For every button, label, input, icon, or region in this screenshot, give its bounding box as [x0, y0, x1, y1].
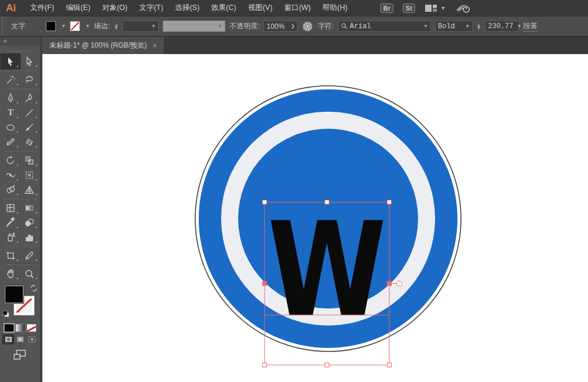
perspective-grid-tool[interactable] [20, 182, 39, 197]
stock-button[interactable]: St [403, 4, 415, 13]
recolor-artwork-icon[interactable] [302, 21, 313, 32]
selection-handle-mid-left[interactable] [263, 282, 267, 286]
cs-live-button[interactable] [455, 3, 470, 14]
selection-handle-top-left[interactable] [263, 200, 267, 205]
menu-effect[interactable]: 效果(C) [205, 0, 242, 16]
selection-handle-top-right[interactable] [387, 200, 392, 205]
menu-type[interactable]: 文字(T) [133, 0, 169, 16]
swap-fill-stroke-button[interactable] [30, 284, 38, 293]
eraser-tool[interactable] [20, 135, 39, 149]
pencil-tool[interactable] [1, 135, 20, 149]
eyedropper-tool[interactable] [1, 215, 20, 230]
gradient-tool[interactable] [20, 200, 39, 215]
font-size-value: 230.77 [488, 22, 513, 31]
stroke-width-dropdown[interactable]: ▼ [122, 21, 159, 32]
tools-panel-collapse-button[interactable]: « [0, 37, 40, 46]
font-style-dropdown[interactable]: Bold ▼ [435, 21, 473, 32]
menu-select[interactable]: 选择(S) [169, 0, 206, 16]
menu-edit[interactable]: 编辑(E) [60, 0, 96, 16]
mesh-tool[interactable] [1, 200, 20, 215]
artboard-tool[interactable] [1, 248, 20, 263]
gradient-button[interactable] [15, 324, 25, 332]
sign-artwork[interactable]: W [195, 86, 461, 351]
direct-selection-tool[interactable] [20, 54, 39, 69]
zoom-tool[interactable] [20, 266, 39, 281]
magic-wand-tool[interactable] [1, 72, 20, 87]
column-graph-tool[interactable] [20, 230, 39, 244]
chevron-down-icon: ▼ [423, 24, 428, 29]
workspace-switcher[interactable]: ▼ [425, 4, 446, 12]
symbol-sprayer-tool[interactable] [1, 230, 20, 244]
fill-swatch[interactable] [5, 286, 24, 303]
chevron-down-icon[interactable]: ▼ [85, 24, 90, 29]
control-bar: 文字 ▼ ▼ 描边: ▲▼ ▼ ▼ 不透明度: 100% ❯ [0, 16, 588, 36]
rotate-tool[interactable] [1, 153, 20, 167]
selection-handle-top-center[interactable] [325, 200, 329, 205]
shape-builder-tool[interactable] [1, 182, 20, 197]
chevron-right-icon[interactable]: ❯ [291, 24, 295, 29]
selection-handle-bottom-right[interactable] [387, 363, 392, 367]
ellipse-tool[interactable] [1, 120, 20, 135]
menu-window[interactable]: 窗口(W) [278, 0, 316, 16]
lasso-tool[interactable] [20, 72, 39, 87]
menu-file[interactable]: 文件(F) [24, 0, 60, 16]
opacity-value: 100% [266, 22, 287, 31]
panel-gripper[interactable] [2, 16, 6, 36]
opacity-label: 不透明度: [229, 21, 259, 31]
curvature-tool[interactable] [20, 91, 39, 105]
character-label[interactable]: 字符: [318, 21, 333, 31]
cs-live-icon [455, 3, 470, 14]
paragraph-link[interactable]: 段落 [523, 21, 537, 32]
blend-tool[interactable] [20, 215, 39, 230]
tab-close-icon[interactable]: × [153, 42, 157, 50]
stroke-color-swatch[interactable] [70, 21, 80, 31]
document-tab-bar: 未标题-1* @ 100% (RGB/预览) × [42, 37, 588, 54]
color-button[interactable] [4, 324, 14, 332]
pen-tool[interactable] [1, 91, 20, 105]
chevron-down-icon: ▼ [517, 24, 522, 29]
canvas[interactable]: W [42, 54, 588, 382]
draw-normal-button[interactable] [3, 335, 14, 344]
sign-letter-text[interactable]: W [268, 194, 386, 346]
hand-tool[interactable] [1, 266, 20, 281]
selection-handle-bottom-left[interactable] [263, 363, 267, 367]
draw-inside-button[interactable] [26, 335, 37, 344]
tools-panel-gripper[interactable] [10, 47, 30, 52]
bridge-button[interactable]: Br [380, 4, 393, 13]
illustrator-window: Ai 文件(F) 编辑(E) 对象(O) 文字(T) 选择(S) 效果(C) 视… [0, 0, 588, 382]
selection-tool[interactable] [1, 54, 20, 69]
scale-tool[interactable] [20, 153, 39, 167]
line-segment-tool[interactable] [20, 105, 39, 120]
font-name-value: Arial [350, 22, 420, 31]
menu-object[interactable]: 对象(O) [96, 0, 133, 16]
width-tool[interactable] [1, 167, 20, 182]
font-size-stepper[interactable]: ▲▼ [477, 24, 481, 29]
slice-tool[interactable] [20, 248, 39, 263]
menu-bar: Ai 文件(F) 编辑(E) 对象(O) 文字(T) 选择(S) 效果(C) 视… [0, 0, 588, 16]
fill-color-swatch[interactable] [46, 21, 56, 31]
selection-handle-bottom-center[interactable] [325, 363, 329, 367]
chevron-down-icon[interactable]: ▼ [61, 24, 66, 29]
free-transform-tool[interactable] [20, 167, 39, 182]
menu-view[interactable]: 视图(V) [242, 0, 279, 16]
text-out-port[interactable] [397, 281, 402, 286]
stroke-width-stepper[interactable]: ▲▼ [114, 24, 118, 29]
menu-help[interactable]: 帮助(H) [317, 0, 353, 16]
chevron-down-icon: ▼ [440, 5, 446, 11]
draw-behind-button[interactable] [15, 335, 25, 344]
screen-mode-button[interactable] [0, 350, 40, 360]
screen-mode-icon [14, 350, 26, 360]
type-tool[interactable]: T [1, 105, 20, 120]
context-label: 文字 [11, 21, 42, 31]
font-style-value: Bold [438, 22, 462, 31]
paintbrush-tool[interactable] [20, 120, 39, 135]
none-button[interactable] [26, 324, 36, 332]
default-fill-stroke-button[interactable] [2, 309, 9, 320]
tools-panel: « [0, 37, 42, 382]
font-family-dropdown[interactable]: Arial ▼ [338, 21, 431, 32]
app-logo-icon: Ai [0, 2, 24, 14]
font-size-dropdown[interactable]: 230.77 ▼ [485, 21, 519, 32]
opacity-field[interactable]: 100% ❯ [263, 21, 298, 32]
document-tab[interactable]: 未标题-1* @ 100% (RGB/预览) × [42, 37, 165, 54]
selection-handle-mid-right[interactable] [387, 282, 392, 286]
